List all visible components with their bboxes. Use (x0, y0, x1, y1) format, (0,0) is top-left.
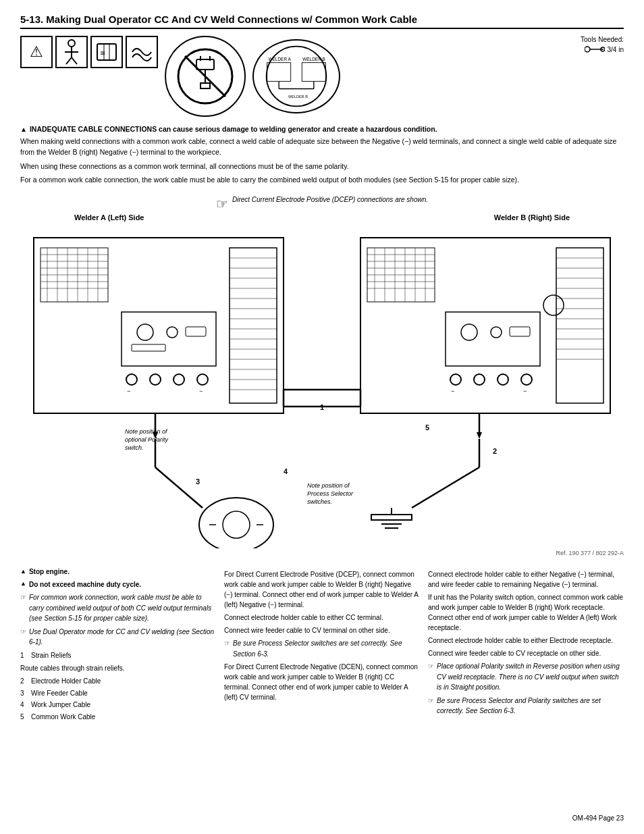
svg-point-98 (543, 295, 564, 315)
svg-text:Note position of: Note position of (307, 482, 350, 489)
svg-rect-58 (122, 312, 216, 366)
svg-marker-113 (477, 432, 482, 439)
warning-triangle-icon: ⚠ (20, 36, 53, 68)
tools-size: 3/4 in (608, 46, 624, 53)
list-item-4: 4 Work Jumper Cable (20, 700, 216, 710)
svg-rect-97 (510, 327, 530, 336)
col2-para2: Connect electrode holder cable to either… (224, 613, 420, 623)
svg-line-4 (72, 57, 77, 64)
section-title: 5-13. Making Dual Operator CC And CV Wel… (20, 14, 624, 29)
welder-connection-diagram: WELDER A WELDER B WELDER B (252, 39, 340, 113)
svg-text:−: − (451, 388, 454, 394)
svg-text:−: − (199, 388, 203, 394)
svg-rect-19 (267, 63, 291, 82)
tools-needed-label: Tools Needed: (581, 36, 624, 43)
warning-block: INADEQUATE CABLE CONNECTIONS can cause s… (20, 125, 624, 186)
col3-para1: Connect electrode holder cable to either… (428, 569, 624, 590)
svg-text:switches.: switches. (307, 498, 332, 505)
tools-needed: Tools Needed: 3/4 in (581, 36, 624, 54)
col2-para3: Connect wire feeder cable to CV terminal… (224, 625, 420, 635)
svg-point-66 (197, 374, 208, 385)
col2: For Direct Current Electrode Positive (D… (224, 567, 420, 725)
list-item-1: 1 Strain Reliefs (20, 650, 216, 661)
warning-para3: For a common work cable connection, the … (20, 175, 624, 186)
col3: Connect electrode holder cable to either… (428, 567, 624, 725)
col3-note2: Be sure Process Selector and Polarity sw… (428, 696, 624, 716)
svg-point-99 (450, 374, 461, 385)
col2-para1: For Direct Current Electrode Positive (D… (224, 569, 420, 610)
svg-point-123 (223, 511, 250, 538)
svg-text:WELDER B: WELDER B (302, 57, 325, 61)
duty-cycle: Do not exceed machine duty cycle. (20, 579, 216, 590)
svg-rect-62 (132, 344, 165, 351)
weld-diagram-svg: − − (20, 224, 624, 548)
svg-point-95 (461, 324, 477, 340)
svg-rect-94 (446, 312, 540, 366)
list-item-5: 5 Common Work Cable (20, 712, 216, 723)
svg-point-102 (521, 374, 532, 385)
svg-rect-11 (196, 59, 214, 70)
svg-text:5: 5 (425, 423, 429, 432)
wave-icon (126, 36, 158, 68)
note1: For common work connection, work cable m… (20, 592, 216, 624)
numbered-list: 1 Strain Reliefs Route cables through st… (20, 650, 216, 723)
top-area: ⚠ ≋ (20, 36, 624, 117)
svg-point-63 (126, 374, 137, 385)
route-cables-text: Route cables through strain reliefs. (20, 663, 216, 673)
svg-text:WELDER A: WELDER A (268, 57, 291, 61)
dcep-ref-icon: ☞ (216, 196, 228, 212)
svg-point-122 (199, 498, 273, 548)
svg-point-59 (137, 324, 153, 340)
no-plug-diagram (165, 36, 246, 117)
wrench-size: 3/4 in (581, 45, 624, 54)
svg-rect-15 (200, 83, 210, 88)
svg-text:Note position of: Note position of (125, 428, 168, 435)
svg-text:optional Polarity: optional Polarity (125, 436, 169, 443)
svg-text:3: 3 (196, 477, 200, 486)
svg-text:2: 2 (493, 447, 497, 455)
person-icon (55, 36, 88, 68)
page-footer: OM-494 Page 23 (572, 814, 624, 822)
svg-point-0 (68, 40, 75, 47)
svg-point-96 (491, 327, 502, 338)
warning-para1: When making weld connections with a comm… (20, 136, 624, 158)
svg-text:WELDER B: WELDER B (288, 95, 308, 99)
page: 5-13. Making Dual Operator CC And CV Wel… (0, 0, 644, 834)
svg-text:4: 4 (284, 467, 288, 475)
svg-point-60 (167, 327, 178, 338)
dcep-note: Direct Current Electrode Positive (DCEP)… (232, 196, 428, 203)
list-item-3: 3 Wire Feeder Cable (20, 688, 216, 699)
col2-para4: For Direct Current Electrode Negative (D… (224, 662, 420, 702)
col3-para2: If unit has the Polarity switch option, … (428, 592, 624, 633)
svg-rect-82 (556, 248, 603, 403)
svg-text:−: − (523, 388, 527, 394)
svg-line-119 (155, 467, 203, 508)
svg-rect-61 (186, 327, 206, 336)
svg-text:Process Selector: Process Selector (307, 490, 354, 497)
svg-point-65 (173, 374, 184, 385)
main-diagram: ☞ Direct Current Electrode Positive (DCE… (20, 196, 624, 556)
svg-point-25 (585, 47, 590, 52)
col3-note1: Place optional Polarity switch in Revers… (428, 661, 624, 693)
svg-rect-29 (360, 238, 610, 413)
warning-headline: INADEQUATE CABLE CONNECTIONS can cause s… (20, 125, 624, 133)
svg-text:switch.: switch. (125, 444, 144, 451)
col3-para4: Connect wire feeder cable to CV receptac… (428, 648, 624, 658)
svg-text:≋: ≋ (100, 49, 105, 57)
col3-para3: Connect electrode holder cable to either… (428, 635, 624, 646)
sparks-icon: ≋ (90, 36, 123, 68)
svg-point-100 (474, 374, 485, 385)
svg-rect-43 (230, 248, 277, 403)
svg-line-3 (66, 57, 72, 64)
svg-point-64 (150, 374, 161, 385)
svg-text:−: − (127, 388, 130, 394)
svg-rect-126 (371, 515, 412, 520)
col1: Stop engine. Do not exceed machine duty … (20, 567, 216, 725)
diagrams-area: WELDER A WELDER B WELDER B (165, 36, 574, 117)
note2: Use Dual Operator mode for CC and CV wel… (20, 627, 216, 648)
welder-b-label: Welder B (Right) Side (494, 213, 570, 221)
svg-rect-20 (302, 63, 325, 82)
ref-text: Ref. 190 377 / 802 292-A (20, 550, 624, 556)
col2-note1: Be sure Process Selector switches are se… (224, 638, 420, 659)
bottom-section: Stop engine. Do not exceed machine duty … (20, 567, 624, 725)
